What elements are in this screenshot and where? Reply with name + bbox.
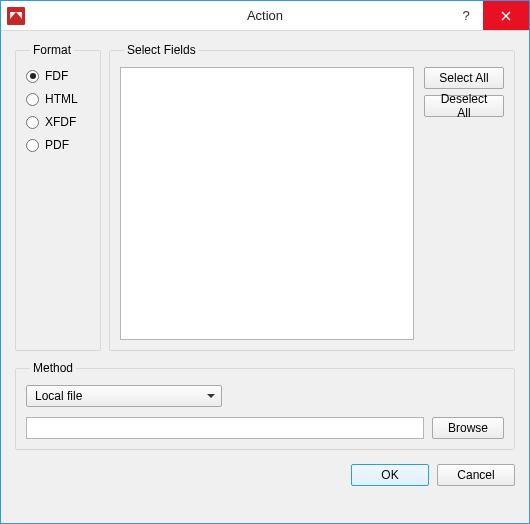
- close-icon: [501, 11, 511, 21]
- radio-label: XFDF: [45, 115, 76, 129]
- dialog-content: Format FDF HTML XFDF: [1, 31, 529, 523]
- radio-icon: [26, 139, 39, 152]
- close-button[interactable]: [483, 1, 529, 30]
- path-input[interactable]: [26, 417, 424, 439]
- radio-label: HTML: [45, 92, 78, 106]
- window-buttons: ?: [449, 1, 529, 30]
- method-legend: Method: [30, 361, 76, 375]
- format-group: Format FDF HTML XFDF: [15, 43, 101, 351]
- app-icon: [7, 7, 25, 25]
- deselect-all-button[interactable]: Deselect All: [424, 95, 504, 117]
- radio-label: PDF: [45, 138, 69, 152]
- fields-side-buttons: Select All Deselect All: [424, 67, 504, 340]
- select-fields-legend: Select Fields: [124, 43, 199, 57]
- format-radio-xfdf[interactable]: XFDF: [26, 115, 90, 129]
- top-row: Format FDF HTML XFDF: [15, 43, 515, 351]
- help-button[interactable]: ?: [449, 1, 483, 30]
- radio-icon: [26, 70, 39, 83]
- format-legend: Format: [30, 43, 74, 57]
- format-radio-html[interactable]: HTML: [26, 92, 90, 106]
- browse-button[interactable]: Browse: [432, 417, 504, 439]
- action-dialog: Action ? Format FDF: [0, 0, 530, 524]
- method-select[interactable]: Local file: [26, 385, 222, 407]
- format-options: FDF HTML XFDF PDF: [26, 69, 90, 152]
- method-select-value: Local file: [35, 389, 82, 403]
- path-row: Browse: [26, 417, 504, 439]
- method-group: Method Local file Browse: [15, 361, 515, 450]
- fields-listbox[interactable]: [120, 67, 414, 340]
- format-radio-pdf[interactable]: PDF: [26, 138, 90, 152]
- format-radio-fdf[interactable]: FDF: [26, 69, 90, 83]
- radio-label: FDF: [45, 69, 68, 83]
- chevron-down-icon: [207, 394, 215, 398]
- titlebar: Action ?: [1, 1, 529, 31]
- help-icon: ?: [462, 8, 469, 23]
- radio-icon: [26, 116, 39, 129]
- select-all-button[interactable]: Select All: [424, 67, 504, 89]
- dialog-footer: OK Cancel: [15, 460, 515, 486]
- ok-button[interactable]: OK: [351, 464, 429, 486]
- radio-icon: [26, 93, 39, 106]
- select-fields-group: Select Fields Select All Deselect All: [109, 43, 515, 351]
- method-body: Local file Browse: [26, 385, 504, 439]
- cancel-button[interactable]: Cancel: [437, 464, 515, 486]
